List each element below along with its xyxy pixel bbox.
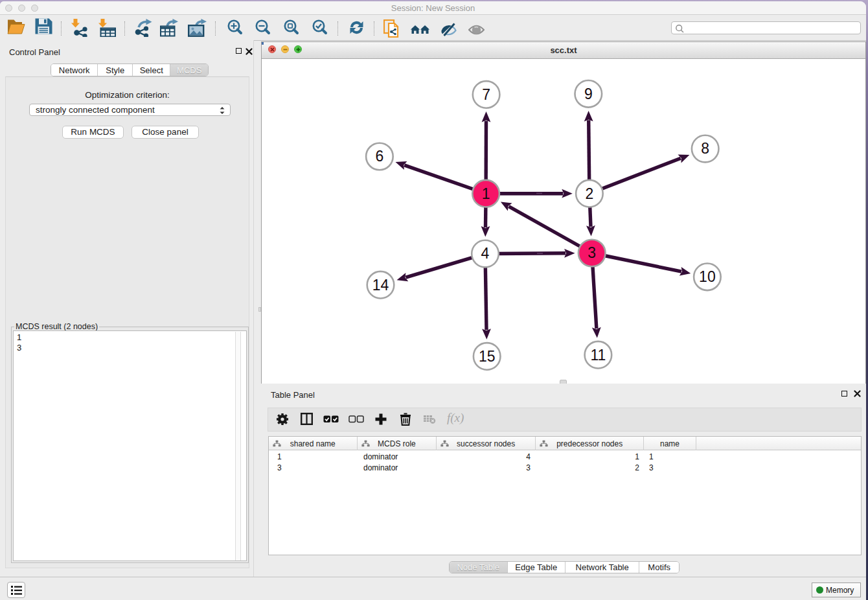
svg-text:11: 11 (590, 347, 606, 363)
svg-text:8: 8 (701, 140, 709, 157)
svg-text:2: 2 (586, 185, 594, 202)
svg-text:14: 14 (372, 277, 389, 294)
svg-text:15: 15 (479, 348, 496, 365)
svg-text:3: 3 (588, 244, 596, 261)
svg-text:9: 9 (584, 86, 593, 102)
svg-text:4: 4 (481, 245, 490, 262)
svg-text:1: 1 (482, 185, 490, 202)
svg-text:7: 7 (482, 86, 490, 103)
svg-text:6: 6 (376, 148, 384, 165)
svg-text:10: 10 (699, 268, 716, 285)
